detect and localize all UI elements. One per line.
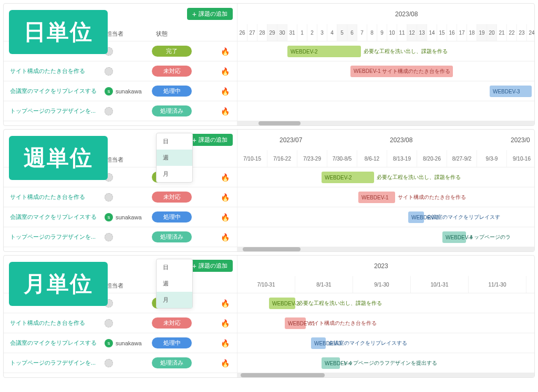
gantt-bar[interactable]: WEBDEV-1 サイト構成のたたき台を作る [350, 66, 453, 77]
assignee-cell[interactable] [105, 47, 152, 56]
timeline-week-cell[interactable]: 9/10-16 [507, 150, 534, 167]
assignee-cell[interactable] [105, 67, 152, 76]
timeline-day-cell[interactable]: 19 [477, 24, 487, 41]
task-row[interactable]: 会議室のマイクをリプレイスするssunakawa処理中🔥 [4, 207, 237, 227]
timeline-day-cell[interactable]: 12 [407, 24, 417, 41]
assignee-cell[interactable]: ssunakawa [105, 213, 152, 221]
timeline-day-cell[interactable]: 11 [397, 24, 407, 41]
timeline-day-cell[interactable]: 2 [307, 24, 317, 41]
add-task-button[interactable]: + 課題の追加 [187, 8, 233, 20]
assignee-cell[interactable] [105, 233, 152, 241]
timeline-month-cell[interactable]: 10/1-31 [411, 276, 469, 293]
timeline-day-cell[interactable]: 23 [517, 24, 527, 41]
timeline-day-cell[interactable]: 13 [417, 24, 427, 41]
gantt-bar[interactable]: WEBDEV-2必要な工程を洗い出し、課題を作る [322, 172, 374, 183]
priority-fire-icon[interactable]: 🔥 [221, 107, 230, 115]
timeline-month-cell[interactable]: 7/10-31 [237, 276, 295, 293]
gantt-bar[interactable]: WEBDEV-4トップページのラ [442, 231, 466, 243]
timeline-day-cell[interactable]: 6 [347, 24, 357, 41]
task-title[interactable]: トップページのラフデザインを... [10, 233, 105, 241]
task-title[interactable]: 会議室のマイクをリプレイスする [10, 213, 105, 221]
gantt-bar[interactable]: WEBDEV-3会議室のマイクをリプレイスする [311, 337, 326, 349]
dropdown-item-month[interactable]: 月 [157, 166, 192, 182]
dropdown-item-month[interactable]: 月 [157, 292, 192, 308]
unit-dropdown[interactable]: 日 週 月 [156, 133, 193, 183]
timeline-week-cell[interactable]: 8/27-9/2 [447, 150, 477, 167]
timeline-day-cell[interactable]: 4 [327, 24, 337, 41]
task-row[interactable]: トップページのラフデザインを...処理済み🔥 [4, 227, 237, 247]
add-task-button[interactable]: + 課題の追加 [187, 134, 233, 146]
dropdown-item-day[interactable]: 日 [157, 259, 192, 276]
priority-fire-icon[interactable]: 🔥 [221, 47, 230, 56]
dropdown-item-week[interactable]: 週 [157, 276, 192, 292]
timeline-day-cell[interactable]: 22 [507, 24, 517, 41]
task-title[interactable]: サイト構成のたたき台を作る [10, 67, 105, 75]
assignee-cell[interactable] [105, 107, 152, 115]
timeline-month-cell[interactable]: 11/1-30 [469, 276, 526, 293]
timeline-day-cell[interactable]: 20 [487, 24, 497, 41]
timeline-week-cell[interactable]: 8/20-26 [417, 150, 447, 167]
assignee-cell[interactable] [105, 173, 152, 182]
priority-fire-icon[interactable]: 🔥 [221, 233, 230, 241]
timeline-day-cell[interactable]: 16 [447, 24, 457, 41]
timeline-day-cell[interactable]: 28 [257, 24, 267, 41]
priority-fire-icon[interactable]: 🔥 [221, 319, 230, 327]
horizontal-scrollbar[interactable] [237, 247, 534, 251]
timeline-week-cell[interactable]: 7/10-15 [237, 150, 267, 167]
task-title[interactable]: サイト構成のたたき台を作る [10, 319, 105, 327]
assignee-cell[interactable] [105, 319, 152, 327]
status-pill[interactable]: 処理中 [152, 337, 192, 348]
timeline-month-cell[interactable]: 9/1-30 [353, 276, 411, 293]
timeline-day-cell[interactable]: 9 [377, 24, 387, 41]
timeline-week-cell[interactable]: 7/16-22 [267, 150, 297, 167]
timeline-day-cell[interactable]: 5 [337, 24, 347, 41]
task-row[interactable]: サイト構成のたたき台を作る未対応🔥 [4, 61, 237, 81]
task-title[interactable]: サイト構成のたたき台を作る [10, 193, 105, 201]
assignee-cell[interactable]: ssunakawa [105, 339, 152, 347]
priority-fire-icon[interactable]: 🔥 [221, 339, 230, 347]
priority-fire-icon[interactable]: 🔥 [221, 67, 230, 76]
status-pill[interactable]: 処理中 [152, 86, 192, 97]
task-row[interactable]: サイト構成のたたき台を作る未対応🔥 [4, 187, 237, 207]
gantt-bar[interactable]: WEBDEV-4トップページのラフデザインを提出する [322, 357, 340, 369]
status-pill[interactable]: 処理済み [152, 105, 192, 116]
timeline-day-cell[interactable]: 29 [267, 24, 277, 41]
task-row[interactable]: 会議室のマイクをリプレイスするssunakawa処理中🔥 [4, 333, 237, 353]
gantt-bar[interactable]: WEBDEV-2必要な工程を洗い出し、課題を作る [269, 298, 295, 309]
task-row[interactable]: トップページのラフデザインを...処理済み🔥 [4, 101, 237, 121]
timeline-day-cell[interactable]: 15 [437, 24, 447, 41]
priority-fire-icon[interactable]: 🔥 [221, 359, 230, 367]
timeline-day-cell[interactable]: 31 [287, 24, 297, 41]
timeline-pane-week[interactable]: 2023/072023/082023/0 7/10-157/16-227/23-… [237, 130, 534, 251]
timeline-day-cell[interactable]: 27 [247, 24, 257, 41]
timeline-day-cell[interactable]: 10 [387, 24, 397, 41]
gantt-bar[interactable]: WEBDEV-1サイト構成のたたき台を作る [285, 317, 306, 329]
timeline-day-cell[interactable]: 1 [297, 24, 307, 41]
assignee-cell[interactable] [105, 299, 152, 308]
unit-dropdown[interactable]: 日 週 月 [156, 259, 193, 309]
timeline-day-cell[interactable]: 3 [317, 24, 327, 41]
timeline-week-cell[interactable]: 8/6-12 [357, 150, 387, 167]
task-title[interactable]: トップページのラフデザインを... [10, 359, 105, 367]
timeline-day-cell[interactable]: 21 [497, 24, 507, 41]
timeline-day-cell[interactable]: 8 [367, 24, 377, 41]
task-title[interactable]: 会議室のマイクをリプレイスする [10, 87, 105, 95]
dropdown-item-week[interactable]: 週 [157, 150, 192, 166]
task-title[interactable]: 会議室のマイクをリプレイスする [10, 339, 105, 347]
priority-fire-icon[interactable]: 🔥 [221, 213, 230, 221]
task-row[interactable]: トップページのラフデザインを...処理済み🔥 [4, 353, 237, 373]
timeline-pane-month[interactable]: 2023 7/10-318/1-319/1-3010/1-3111/1-30 W… [237, 256, 534, 377]
status-pill[interactable]: 処理済み [152, 231, 192, 242]
assignee-cell[interactable]: ssunakawa [105, 87, 152, 96]
status-pill[interactable]: 処理済み [152, 357, 192, 368]
timeline-week-cell[interactable]: 7/30-8/5 [327, 150, 357, 167]
timeline-day-cell[interactable]: 14 [427, 24, 437, 41]
status-pill[interactable]: 処理中 [152, 211, 192, 223]
timeline-pane-day[interactable]: 2023/08 26272829303112345678910111213141… [237, 4, 534, 125]
task-row[interactable]: サイト構成のたたき台を作る未対応🔥 [4, 313, 237, 333]
assignee-cell[interactable] [105, 359, 152, 367]
timeline-day-cell[interactable]: 7 [357, 24, 367, 41]
timeline-day-cell[interactable]: 26 [237, 24, 247, 41]
horizontal-scrollbar[interactable] [237, 121, 534, 125]
status-pill[interactable]: 完了 [152, 46, 192, 57]
